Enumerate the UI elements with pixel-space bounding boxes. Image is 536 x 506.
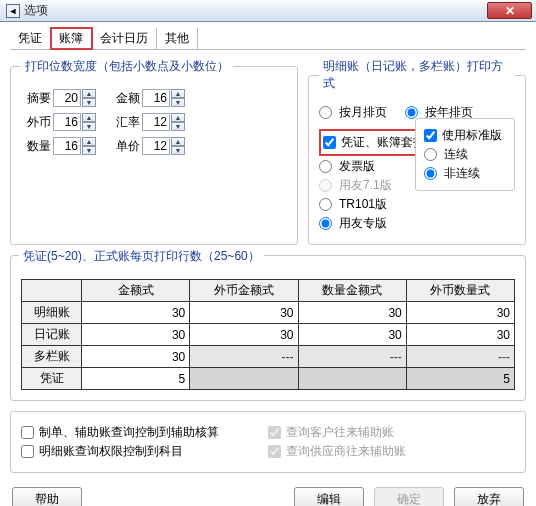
radio-by-month-label: 按月排页 — [339, 104, 387, 121]
radio-tr101[interactable]: TR101版 — [319, 196, 515, 213]
rate-up[interactable]: ▲ — [171, 113, 185, 122]
qty-label: 数量 — [21, 138, 51, 155]
cancel-button[interactable]: 放弃 — [454, 487, 524, 506]
check-detail-perm[interactable]: 明细账查询权限控制到科目 — [21, 443, 268, 460]
check-detail-perm-label: 明细账查询权限控制到科目 — [39, 443, 183, 460]
radio-by-month[interactable]: 按月排页 — [319, 104, 387, 121]
cell[interactable]: 30 — [82, 346, 190, 368]
std-subgroup: 使用标准版 连续 非连续 — [415, 118, 515, 191]
foreign-label: 外币 — [21, 114, 51, 131]
check-aux-control-label: 制单、辅助账查询控制到辅助核算 — [39, 424, 219, 441]
abstract-down[interactable]: ▼ — [82, 98, 96, 107]
rows-legend: 凭证(5~20)、正式账每页打印行数（25~60） — [19, 248, 264, 265]
window-title: 选项 — [24, 2, 48, 19]
table-row: 凭证 5 5 — [22, 368, 515, 390]
cell[interactable]: 30 — [82, 302, 190, 324]
rate-label: 汇率 — [110, 114, 140, 131]
qty-down[interactable]: ▼ — [82, 146, 96, 155]
cell — [298, 368, 406, 390]
table-row: 多栏账 30 --- --- --- — [22, 346, 515, 368]
check-aux-control[interactable]: 制单、辅助账查询控制到辅助核算 — [21, 424, 268, 441]
check-customer-aux-label: 查询客户往来辅助账 — [286, 424, 394, 441]
radio-noncontinuous-label: 非连续 — [444, 165, 480, 182]
foreign-down[interactable]: ▼ — [82, 122, 96, 131]
radio-noncontinuous[interactable]: 非连续 — [424, 165, 506, 182]
foreign-input[interactable] — [53, 113, 81, 131]
radio-yonyou-special[interactable]: 用友专版 — [319, 215, 515, 232]
grid-corner — [22, 280, 82, 302]
col-foreign-qty: 外币数量式 — [406, 280, 514, 302]
col-qty-amount: 数量金额式 — [298, 280, 406, 302]
voucher-ledger-overlay-label: 凭证、账簿套打 — [341, 134, 425, 151]
radio-yonyou71-label: 用友7.1版 — [339, 177, 392, 194]
price-down[interactable]: ▼ — [171, 146, 185, 155]
row-multi: 多栏账 — [22, 346, 82, 368]
rate-input[interactable] — [142, 113, 170, 131]
abstract-up[interactable]: ▲ — [82, 89, 96, 98]
row-journal: 日记账 — [22, 324, 82, 346]
qty-input[interactable] — [53, 137, 81, 155]
radio-invoice-label: 发票版 — [339, 158, 375, 175]
cell: --- — [298, 346, 406, 368]
checks-group: 制单、辅助账查询控制到辅助核算 明细账查询权限控制到科目 查询客户往来辅助账 查… — [10, 411, 526, 473]
edit-button[interactable]: 编辑 — [294, 487, 364, 506]
cell[interactable]: 30 — [406, 302, 514, 324]
col-foreign-amount: 外币金额式 — [190, 280, 298, 302]
cell[interactable]: 30 — [82, 324, 190, 346]
table-row: 明细账 30 30 30 30 — [22, 302, 515, 324]
radio-tr101-label: TR101版 — [339, 196, 387, 213]
tab-other[interactable]: 其他 — [157, 28, 198, 49]
cell[interactable]: 30 — [298, 324, 406, 346]
cell[interactable]: 30 — [406, 324, 514, 346]
abstract-input[interactable] — [53, 89, 81, 107]
foreign-up[interactable]: ▲ — [82, 113, 96, 122]
radio-continuous[interactable]: 连续 — [424, 146, 506, 163]
cell — [190, 368, 298, 390]
radio-yonyou-special-label: 用友专版 — [339, 215, 387, 232]
cell[interactable]: 30 — [298, 302, 406, 324]
row-detail: 明细账 — [22, 302, 82, 324]
app-icon: ◄ — [6, 4, 20, 18]
help-button[interactable]: 帮助 — [12, 487, 82, 506]
tab-ledger[interactable]: 账簿 — [51, 28, 92, 49]
cell: --- — [190, 346, 298, 368]
cell: 5 — [406, 368, 514, 390]
price-input[interactable] — [142, 137, 170, 155]
cell[interactable]: 30 — [190, 302, 298, 324]
detail-group: 明细账（日记账，多栏账）打印方式 按月排页 按年排页 凭证、账簿套打 发票版 用… — [308, 58, 526, 245]
cell: --- — [406, 346, 514, 368]
cell[interactable]: 5 — [82, 368, 190, 390]
digits-group: 打印位数宽度（包括小数点及小数位） 摘要 ▲▼ 金额 ▲▼ — [10, 58, 298, 245]
digits-legend: 打印位数宽度（包括小数点及小数位） — [21, 58, 233, 75]
col-amount: 金额式 — [82, 280, 190, 302]
detail-legend: 明细账（日记账，多栏账）打印方式 — [319, 58, 515, 92]
amount-input[interactable] — [142, 89, 170, 107]
tab-voucher[interactable]: 凭证 — [10, 28, 51, 49]
cell[interactable]: 30 — [190, 324, 298, 346]
rate-down[interactable]: ▼ — [171, 122, 185, 131]
check-customer-aux: 查询客户往来辅助账 — [268, 424, 515, 441]
check-supplier-aux: 查询供应商往来辅助账 — [268, 443, 515, 460]
rows-table: 金额式 外币金额式 数量金额式 外币数量式 明细账 30 30 30 30 日记… — [21, 279, 515, 390]
table-row: 日记账 30 30 30 30 — [22, 324, 515, 346]
tab-strip: 凭证 账簿 会计日历 其他 — [10, 28, 526, 50]
amount-up[interactable]: ▲ — [171, 89, 185, 98]
radio-continuous-label: 连续 — [444, 146, 468, 163]
abstract-label: 摘要 — [21, 90, 51, 107]
check-supplier-aux-label: 查询供应商往来辅助账 — [286, 443, 406, 460]
price-label: 单价 — [110, 138, 140, 155]
check-use-std[interactable]: 使用标准版 — [424, 127, 506, 144]
qty-up[interactable]: ▲ — [82, 137, 96, 146]
amount-label: 金额 — [110, 90, 140, 107]
rows-group: 凭证(5~20)、正式账每页打印行数（25~60） 金额式 外币金额式 数量金额… — [10, 255, 526, 401]
use-std-label: 使用标准版 — [442, 127, 502, 144]
close-button[interactable]: ✕ — [487, 2, 532, 19]
amount-down[interactable]: ▼ — [171, 98, 185, 107]
row-voucher: 凭证 — [22, 368, 82, 390]
tab-calendar[interactable]: 会计日历 — [92, 28, 157, 49]
ok-button: 确定 — [374, 487, 444, 506]
price-up[interactable]: ▲ — [171, 137, 185, 146]
